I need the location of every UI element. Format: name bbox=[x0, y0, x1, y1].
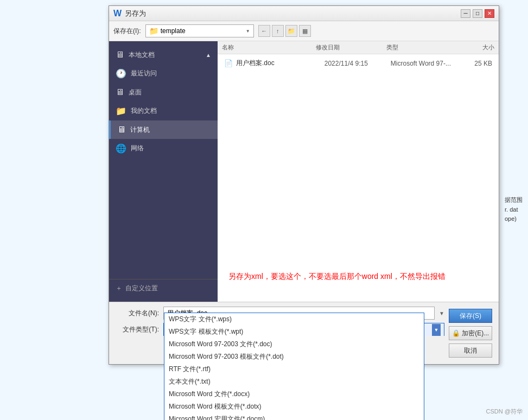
encrypt-button[interactable]: 🔒 加密(E)... bbox=[449, 326, 492, 340]
plus-icon: ＋ bbox=[116, 284, 122, 293]
network-icon: 🌐 bbox=[116, 143, 126, 154]
sidebar-item-my-docs[interactable]: 📁 我的文档 bbox=[109, 101, 218, 120]
sidebar-item-label: 最近访问 bbox=[131, 69, 157, 78]
dropdown-item-docm[interactable]: Microsoft Word 宏用文件(*.docm) bbox=[164, 413, 424, 420]
local-docs-icon: 🖥 bbox=[116, 50, 124, 60]
dropdown-item-rtf[interactable]: RTF 文件(*.rtf) bbox=[164, 363, 424, 376]
sidebar-item-computer[interactable]: 🖥 计算机 bbox=[109, 120, 218, 139]
col-header-name: 名称 bbox=[222, 43, 316, 52]
view-button[interactable]: ▦ bbox=[299, 25, 311, 37]
file-date: 2022/11/4 9:15 bbox=[325, 60, 391, 67]
dropdown-item-wps[interactable]: WPS文字 文件(*.wps) bbox=[164, 313, 424, 326]
sidebar-item-recent[interactable]: 🕐 最近访问 bbox=[109, 64, 218, 83]
folder-icon: 📁 bbox=[149, 27, 158, 35]
back-button[interactable]: ← bbox=[258, 25, 270, 37]
filelist-header: 名称 修改日期 类型 大小 bbox=[218, 41, 499, 54]
sidebar-item-local-docs[interactable]: 🖥 本地文档 ▲ bbox=[109, 46, 218, 64]
file-name: 用户档案.doc bbox=[236, 59, 325, 68]
dropdown-item-docx[interactable]: Microsoft Word 文件(*.docx) bbox=[164, 388, 424, 400]
sidebar-item-label: 网络 bbox=[131, 144, 144, 153]
minimize-button[interactable]: ─ bbox=[461, 9, 470, 18]
filetype-label: 文件类型(T): bbox=[116, 325, 159, 334]
save-as-dialog: W 另存为 ─ □ ✕ 保存在(I): 📁 template ▼ ← ↑ 📁 ▦… bbox=[109, 5, 499, 365]
file-doc-icon: 📄 bbox=[224, 59, 233, 68]
titlebar-buttons: ─ □ ✕ bbox=[461, 9, 494, 18]
col-header-date: 修改日期 bbox=[316, 43, 386, 52]
dialog-body: 🖥 本地文档 ▲ 🕐 最近访问 🖥 桌面 📁 我的文档 🖥 计算机 🌐 bbox=[109, 41, 499, 302]
dropdown-item-dotx[interactable]: Microsoft Word 模板文件(*.dotx) bbox=[164, 400, 424, 413]
col-header-size: 大小 bbox=[457, 43, 494, 52]
dropdown-item-wpt[interactable]: WPS文字 模板文件(*.wpt) bbox=[164, 326, 424, 338]
close-button[interactable]: ✕ bbox=[485, 9, 494, 18]
filelist-body: 📄 用户档案.doc 2022/11/4 9:15 Microsoft Word… bbox=[218, 54, 499, 302]
computer-icon: 🖥 bbox=[117, 125, 126, 135]
dropdown-item-doc[interactable]: Microsoft Word 97-2003 文件(*.doc) bbox=[164, 338, 424, 351]
sidebar-item-label: 本地文档 bbox=[129, 50, 155, 60]
sidebar-item-label: 桌面 bbox=[129, 88, 142, 97]
file-list-area: 名称 修改日期 类型 大小 📄 用户档案.doc 2022/11/4 9:15 … bbox=[218, 41, 499, 302]
my-docs-icon: 📁 bbox=[116, 106, 126, 116]
file-type: Microsoft Word 97-... bbox=[391, 60, 457, 67]
save-in-label: 保存在(I): bbox=[113, 27, 141, 36]
filetype-dropdown-btn[interactable]: ▼ bbox=[432, 324, 441, 336]
sidebar-item-label: 我的文档 bbox=[131, 106, 157, 116]
dialog-titlebar: W 另存为 ─ □ ✕ bbox=[109, 6, 499, 21]
dialog-sidebar: 🖥 本地文档 ▲ 🕐 最近访问 🖥 桌面 📁 我的文档 🖥 计算机 🌐 bbox=[109, 41, 218, 302]
wps-icon: W bbox=[113, 9, 122, 18]
col-header-type: 类型 bbox=[386, 43, 457, 52]
titlebar-left: W 另存为 bbox=[113, 9, 146, 18]
add-custom-location-button[interactable]: ＋ 自定义位置 bbox=[109, 279, 218, 297]
sidebar-arrow-icon: ▲ bbox=[206, 52, 211, 58]
dropdown-arrow-icon: ▼ bbox=[246, 29, 250, 34]
table-row[interactable]: 📄 用户档案.doc 2022/11/4 9:15 Microsoft Word… bbox=[220, 56, 497, 70]
sidebar-item-label: 计算机 bbox=[130, 125, 150, 135]
sidebar-item-network[interactable]: 🌐 网络 bbox=[109, 139, 218, 158]
filename-label: 文件名(N): bbox=[116, 309, 159, 318]
save-button[interactable]: 保存(S) bbox=[449, 309, 492, 323]
bg-right-text: 据范围 r. dat ope) bbox=[505, 195, 523, 224]
dialog-title: 另存为 bbox=[125, 9, 146, 18]
watermark: CSDN @符华 bbox=[486, 408, 523, 416]
recent-icon: 🕐 bbox=[116, 68, 126, 79]
dropdown-item-dot[interactable]: Microsoft Word 97-2003 模板文件(*.dot) bbox=[164, 351, 424, 363]
custom-location-label: 自定义位置 bbox=[125, 284, 158, 293]
up-button[interactable]: ↑ bbox=[272, 25, 284, 37]
new-folder-button[interactable]: 📁 bbox=[285, 25, 297, 37]
dialog-toolbar: 保存在(I): 📁 template ▼ ← ↑ 📁 ▦ bbox=[109, 21, 499, 41]
nav-buttons: ← ↑ 📁 ▦ bbox=[258, 25, 311, 37]
cancel-button[interactable]: 取消 bbox=[449, 343, 492, 358]
sidebar-item-desktop[interactable]: 🖥 桌面 bbox=[109, 83, 218, 101]
desktop-icon: 🖥 bbox=[116, 87, 124, 97]
save-in-value: template bbox=[161, 27, 246, 35]
dropdown-item-txt[interactable]: 文本文件(*.txt) bbox=[164, 376, 424, 388]
maximize-button[interactable]: □ bbox=[473, 9, 482, 18]
save-in-dropdown[interactable]: 📁 template ▼ bbox=[145, 24, 254, 37]
file-size: 25 KB bbox=[457, 60, 492, 67]
filetype-dropdown-list: WPS文字 文件(*.wps) WPS文字 模板文件(*.wpt) Micros… bbox=[164, 313, 424, 420]
annotation-text: 另存为xml，要选这个，不要选最后那个word xml，不然导出报错 bbox=[228, 272, 446, 282]
